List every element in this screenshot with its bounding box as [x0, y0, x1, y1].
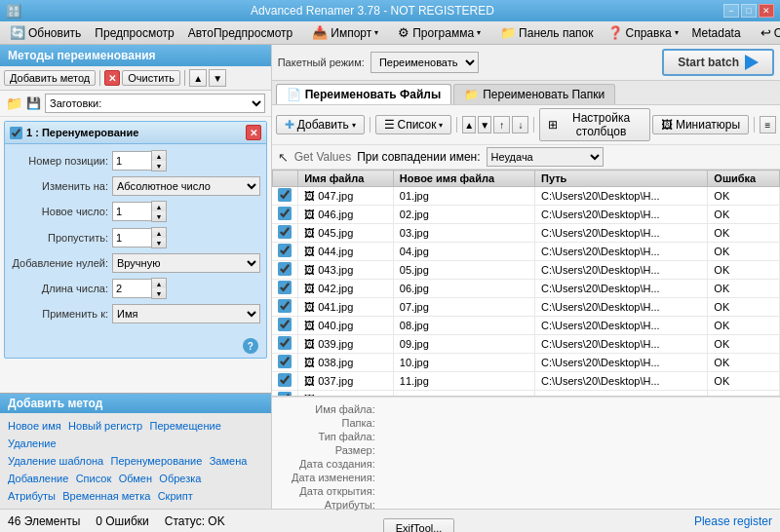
link-move[interactable]: Перемещение: [150, 420, 221, 432]
method-enable-checkbox[interactable]: [10, 127, 22, 139]
move-up-files[interactable]: ▲: [462, 116, 476, 133]
table-row[interactable]: 🖼037.jpg11.jpgC:\Users\20\Desktop\H...OK: [272, 372, 779, 391]
menu-import[interactable]: 📥 Импорт ▾: [306, 23, 384, 42]
row-checkbox[interactable]: [278, 207, 292, 220]
link-new-case[interactable]: Новый регистр: [68, 420, 142, 432]
table-row[interactable]: 🖼045.jpg03.jpgC:\Users\20\Desktop\H...OK: [272, 224, 779, 243]
method-delete-button[interactable]: ✕: [246, 125, 261, 140]
change-type-select[interactable]: Абсолютное число: [112, 176, 260, 196]
move-up-button[interactable]: ▲: [189, 69, 207, 87]
skip-down[interactable]: ▼: [152, 238, 166, 247]
th-path: Путь: [534, 171, 707, 187]
delete-method-button[interactable]: ✕: [104, 70, 120, 86]
add-files-button[interactable]: ✚ Добавить ▾: [276, 115, 365, 134]
move-down-button[interactable]: ▼: [209, 69, 226, 87]
list-button[interactable]: ☰ Список ▾: [375, 115, 452, 134]
table-row[interactable]: 🖼044.jpg04.jpgC:\Users\20\Desktop\H...OK: [272, 243, 779, 261]
add-method-button[interactable]: Добавить метод: [4, 70, 96, 86]
menu-preview[interactable]: Предпросмотр: [89, 24, 179, 42]
row-checkbox[interactable]: [278, 373, 292, 387]
menu-program[interactable]: ⚙ Программа ▾: [392, 23, 487, 42]
position-down-button[interactable]: ▼: [152, 161, 166, 171]
position-up-button[interactable]: ▲: [152, 151, 166, 161]
menu-metadata[interactable]: Metadata: [686, 24, 747, 42]
match-select[interactable]: Неудача: [487, 147, 604, 167]
row-checkbox[interactable]: [278, 225, 292, 239]
menu-autopreview[interactable]: АвтоПредпросмотр: [182, 24, 299, 42]
register-link[interactable]: Please register: [694, 514, 772, 528]
minimize-button[interactable]: −: [723, 4, 739, 18]
move-down-files[interactable]: ▼: [478, 116, 491, 133]
zeros-select[interactable]: Вручную: [112, 253, 260, 273]
table-row[interactable]: 🖼040.jpg08.jpgC:\Users\20\Desktop\H...OK: [272, 317, 779, 335]
preset-select[interactable]: Заготовки:: [45, 94, 265, 113]
configure-columns-button[interactable]: ⊞ Настройка столбцов: [539, 108, 650, 141]
field-label-change: Изменить на:: [11, 180, 108, 192]
table-row[interactable]: 🖼042.jpg06.jpgC:\Users\20\Desktop\H...OK: [272, 280, 779, 298]
link-delete[interactable]: Удаление: [8, 437, 57, 449]
tab-folders[interactable]: 📁 Переименовать Папки: [453, 84, 615, 104]
menu-folders[interactable]: 📁 Панель папок: [494, 23, 599, 42]
row-checkbox[interactable]: [278, 318, 292, 331]
link-attributes[interactable]: Атрибуты: [8, 490, 56, 502]
th-error: Ошибка: [708, 171, 780, 187]
link-add[interactable]: Добавление: [8, 473, 68, 484]
table-row[interactable]: 🖼043.jpg05.jpgC:\Users\20\Desktop\H...OK: [272, 261, 779, 280]
view-toggle[interactable]: ≡: [760, 116, 776, 133]
table-row[interactable]: 🖼041.jpg07.jpgC:\Users\20\Desktop\H...OK: [272, 298, 779, 317]
skip-up[interactable]: ▲: [152, 228, 166, 238]
link-remove-pattern[interactable]: Удаление шаблона: [8, 455, 103, 467]
status-cell: OK: [708, 280, 780, 298]
help-icon2[interactable]: ?: [243, 338, 258, 354]
table-row[interactable]: 🖼038.jpg10.jpgC:\Users\20\Desktop\H...OK: [272, 354, 779, 372]
length-down[interactable]: ▼: [152, 288, 166, 298]
link-timestamp[interactable]: Временная метка: [62, 490, 150, 502]
apply-to-select[interactable]: Имя: [112, 304, 260, 323]
status-cell: OK: [708, 224, 780, 243]
row-checkbox[interactable]: [278, 336, 292, 350]
new-number-up[interactable]: ▲: [152, 202, 166, 211]
link-trim[interactable]: Обрезка: [159, 473, 201, 484]
batch-mode-select[interactable]: Переименовать: [370, 52, 479, 73]
new-number-input[interactable]: [112, 202, 151, 221]
link-renumber[interactable]: Перенумерование: [111, 455, 203, 467]
row-checkbox[interactable]: [278, 244, 292, 257]
folder-icon2: 📁: [6, 95, 22, 111]
position-input[interactable]: [112, 151, 151, 171]
row-checkbox[interactable]: [278, 299, 292, 313]
length-up[interactable]: ▲: [152, 279, 166, 288]
sort-up-files[interactable]: ↑: [493, 116, 510, 133]
new-number-down[interactable]: ▼: [152, 211, 166, 221]
file-icon: 🖼: [304, 301, 315, 313]
menu-cancel[interactable]: ↩ Отмена изменений...: [755, 23, 780, 42]
start-batch-button[interactable]: Start batch: [662, 49, 774, 76]
length-input[interactable]: [112, 279, 151, 298]
tab-files[interactable]: 📄 Переименовать Файлы: [276, 84, 451, 104]
file-table-container: Имя файла Новое имя файла Путь Ошибка 🖼0…: [272, 170, 780, 397]
maximize-button[interactable]: □: [741, 4, 757, 18]
row-checkbox[interactable]: [278, 355, 292, 368]
link-new-name[interactable]: Новое имя: [8, 420, 61, 432]
new-name-cell: 03.jpg: [393, 224, 534, 243]
menu-refresh[interactable]: 🔄 Обновить: [4, 23, 87, 42]
menu-help[interactable]: ❓ Справка ▾: [602, 23, 684, 42]
info-label-filename: Имя файла:: [282, 403, 379, 415]
exif-button[interactable]: ExifTool...: [383, 518, 455, 532]
row-checkbox[interactable]: [278, 262, 292, 276]
link-script[interactable]: Скрипт: [158, 490, 193, 502]
clear-button[interactable]: Очистить: [122, 70, 180, 86]
close-button[interactable]: ✕: [759, 4, 774, 18]
row-checkbox[interactable]: [278, 281, 292, 294]
link-swap[interactable]: Обмен: [119, 473, 152, 484]
sort-down-files[interactable]: ↓: [512, 116, 528, 133]
thumbnails-button[interactable]: 🖼 Миниатюры: [652, 115, 749, 134]
field-label-zeros: Добавление нулей:: [11, 257, 108, 269]
table-row[interactable]: 🖼047.jpg01.jpgC:\Users\20\Desktop\H...OK: [272, 187, 779, 206]
table-row[interactable]: 🖼039.jpg09.jpgC:\Users\20\Desktop\H...OK: [272, 335, 779, 354]
link-replace[interactable]: Замена: [210, 455, 248, 467]
link-list[interactable]: Список: [76, 473, 112, 484]
row-checkbox[interactable]: [278, 188, 292, 202]
method-links-row1: Новое имя Новый регистр Перемещение Удал…: [8, 417, 263, 452]
skip-input[interactable]: [112, 228, 151, 247]
table-row[interactable]: 🖼046.jpg02.jpgC:\Users\20\Desktop\H...OK: [272, 206, 779, 224]
